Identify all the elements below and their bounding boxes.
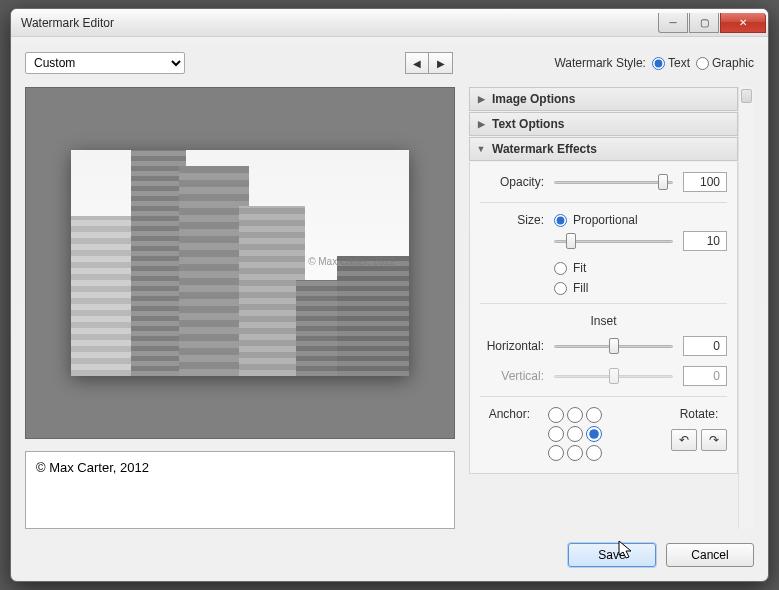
preview-image: © Max Carter, 2012 [71, 150, 409, 376]
style-graphic-radio[interactable]: Graphic [696, 56, 754, 70]
rotate-label: Rotate: [680, 407, 719, 421]
save-button[interactable]: Save [568, 543, 656, 567]
maximize-button[interactable]: ▢ [689, 13, 719, 33]
inset-horizontal-label: Horizontal: [480, 339, 544, 353]
section-image-options[interactable]: ▶ Image Options [469, 87, 738, 111]
size-fill-radio[interactable]: Fill [554, 281, 727, 295]
opacity-label: Opacity: [480, 175, 544, 189]
size-proportional-radio[interactable]: Proportional [554, 213, 638, 227]
inset-label: Inset [480, 314, 727, 328]
watermark-editor-window: Watermark Editor ─ ▢ ✕ Custom ◀ ▶ Waterm… [10, 8, 769, 582]
opacity-slider[interactable] [554, 173, 673, 191]
style-text-radio[interactable]: Text [652, 56, 690, 70]
next-image-button[interactable]: ▶ [429, 52, 453, 74]
chevron-down-icon: ▼ [476, 144, 486, 154]
anchor-grid[interactable] [548, 407, 602, 461]
watermark-text-input[interactable]: © Max Carter, 2012 [25, 451, 455, 529]
size-label: Size: [480, 213, 544, 227]
anchor-label: Anchor: [480, 407, 530, 421]
rotate-right-button[interactable]: ↷ [701, 429, 727, 451]
left-triangle-icon: ◀ [413, 58, 421, 69]
watermark-style-label: Watermark Style: [554, 56, 646, 70]
inset-horizontal-value[interactable]: 0 [683, 336, 727, 356]
inset-vertical-slider [554, 367, 673, 385]
prev-image-button[interactable]: ◀ [405, 52, 429, 74]
size-value[interactable]: 10 [683, 231, 727, 251]
chevron-right-icon: ▶ [476, 94, 486, 104]
window-title: Watermark Editor [21, 16, 114, 30]
cancel-button[interactable]: Cancel [666, 543, 754, 567]
minimize-button[interactable]: ─ [658, 13, 688, 33]
chevron-right-icon: ▶ [476, 119, 486, 129]
inset-vertical-label: Vertical: [480, 369, 544, 383]
titlebar: Watermark Editor ─ ▢ ✕ [11, 9, 768, 37]
close-button[interactable]: ✕ [720, 13, 766, 33]
rotate-left-button[interactable]: ↶ [671, 429, 697, 451]
preset-select[interactable]: Custom [25, 52, 185, 74]
inset-horizontal-slider[interactable] [554, 337, 673, 355]
inset-vertical-value: 0 [683, 366, 727, 386]
watermark-overlay: © Max Carter, 2012 [308, 256, 395, 267]
panel-scrollbar[interactable] [738, 87, 754, 529]
preview-area: © Max Carter, 2012 [25, 87, 455, 439]
section-watermark-effects[interactable]: ▼ Watermark Effects [469, 137, 738, 161]
section-text-options[interactable]: ▶ Text Options [469, 112, 738, 136]
rotate-left-icon: ↶ [679, 433, 689, 447]
right-triangle-icon: ▶ [437, 58, 445, 69]
size-slider[interactable] [554, 232, 673, 250]
opacity-value[interactable]: 100 [683, 172, 727, 192]
size-fit-radio[interactable]: Fit [554, 261, 727, 275]
rotate-right-icon: ↷ [709, 433, 719, 447]
